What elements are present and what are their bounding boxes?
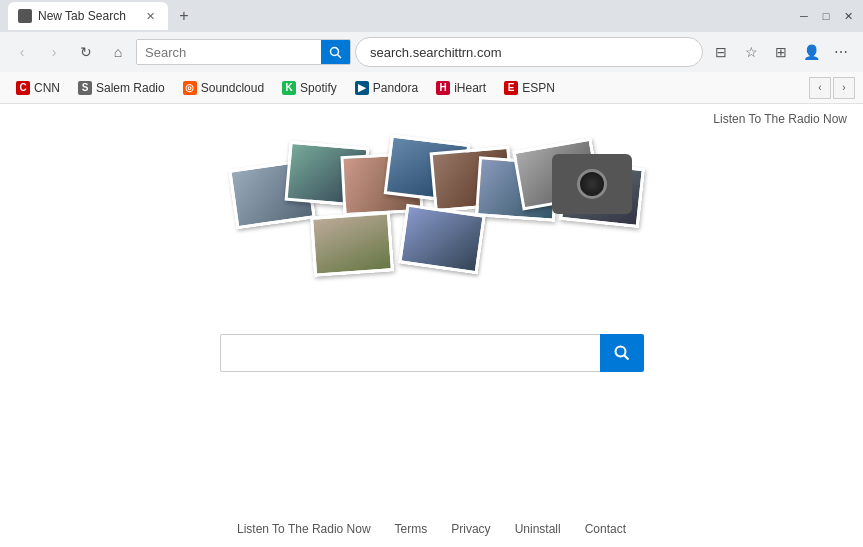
svg-line-1 (338, 54, 342, 58)
svg-line-3 (624, 355, 628, 359)
bookmark-salem[interactable]: S Salem Radio (70, 78, 173, 98)
bookmark-label-spotify: Spotify (300, 81, 337, 95)
bookmark-spotify[interactable]: K Spotify (274, 78, 345, 98)
camera-icon (552, 154, 632, 214)
footer-link-uninstall[interactable]: Uninstall (515, 522, 561, 536)
bookmark-cnn[interactable]: C CNN (8, 78, 68, 98)
footer-link-contact[interactable]: Contact (585, 522, 626, 536)
reading-view-button[interactable]: ⊟ (707, 38, 735, 66)
bookmark-label-espn: ESPN (522, 81, 555, 95)
main-search-input[interactable] (220, 334, 600, 372)
footer-link-privacy[interactable]: Privacy (451, 522, 490, 536)
title-bar: New Tab Search ✕ + ─ □ ✕ (0, 0, 863, 32)
bookmarks-bar: C CNN S Salem Radio ◎ Soundcloud K Spoti… (0, 72, 863, 104)
spotify-icon: K (282, 81, 296, 95)
favorites-button[interactable]: ☆ (737, 38, 765, 66)
bookmarks-next-button[interactable]: › (833, 77, 855, 99)
footer-link-radio[interactable]: Listen To The Radio Now (237, 522, 371, 536)
tab-favicon (18, 9, 32, 23)
bookmark-iheart[interactable]: H iHeart (428, 78, 494, 98)
back-button[interactable]: ‹ (8, 38, 36, 66)
main-search-container (220, 334, 644, 372)
page-content: Listen To The Radio Now Listen To The Ra… (0, 104, 863, 547)
cnn-icon: C (16, 81, 30, 95)
footer-link-terms[interactable]: Terms (395, 522, 428, 536)
iheart-icon: H (436, 81, 450, 95)
bookmarks-prev-button[interactable]: ‹ (809, 77, 831, 99)
soundcloud-icon: ◎ (183, 81, 197, 95)
navigation-bar: ‹ › ↻ ⌂ ⊟ ☆ ⊞ 👤 ⋯ (0, 32, 863, 72)
photo-8 (310, 211, 394, 276)
tab-title: New Tab Search (38, 9, 136, 23)
salem-icon: S (78, 81, 92, 95)
collections-button[interactable]: ⊞ (767, 38, 795, 66)
home-button[interactable]: ⌂ (104, 38, 132, 66)
photo-9 (398, 204, 486, 275)
bookmark-label-iheart: iHeart (454, 81, 486, 95)
forward-button[interactable]: › (40, 38, 68, 66)
bookmark-espn[interactable]: E ESPN (496, 78, 563, 98)
bookmark-label-pandora: Pandora (373, 81, 418, 95)
svg-point-0 (331, 47, 339, 55)
bookmark-label-soundcloud: Soundcloud (201, 81, 264, 95)
bookmark-soundcloud[interactable]: ◎ Soundcloud (175, 78, 272, 98)
browser-search-box (136, 39, 351, 65)
address-bar[interactable] (355, 37, 703, 67)
pandora-icon: ▶ (355, 81, 369, 95)
photo-collage (232, 134, 632, 314)
new-tab-button[interactable]: + (172, 4, 196, 28)
nav-icons: ⊟ ☆ ⊞ 👤 ⋯ (707, 38, 855, 66)
bookmark-label-salem: Salem Radio (96, 81, 165, 95)
bookmark-pandora[interactable]: ▶ Pandora (347, 78, 426, 98)
main-search-button[interactable] (600, 334, 644, 372)
svg-point-2 (615, 347, 625, 357)
settings-button[interactable]: ⋯ (827, 38, 855, 66)
browser-search-button[interactable] (321, 40, 350, 64)
profile-button[interactable]: 👤 (797, 38, 825, 66)
espn-icon: E (504, 81, 518, 95)
page-footer: Listen To The Radio Now Terms Privacy Un… (0, 511, 863, 547)
bookmarks-navigation: ‹ › (809, 77, 855, 99)
tab-close-button[interactable]: ✕ (142, 8, 158, 24)
close-button[interactable]: ✕ (841, 9, 855, 23)
browser-search-input[interactable] (137, 40, 321, 64)
radio-link[interactable]: Listen To The Radio Now (713, 112, 847, 126)
bookmark-label-cnn: CNN (34, 81, 60, 95)
minimize-button[interactable]: ─ (797, 9, 811, 23)
active-tab[interactable]: New Tab Search ✕ (8, 2, 168, 30)
camera-lens (577, 169, 607, 199)
maximize-button[interactable]: □ (819, 9, 833, 23)
refresh-button[interactable]: ↻ (72, 38, 100, 66)
window-controls: ─ □ ✕ (797, 9, 855, 23)
